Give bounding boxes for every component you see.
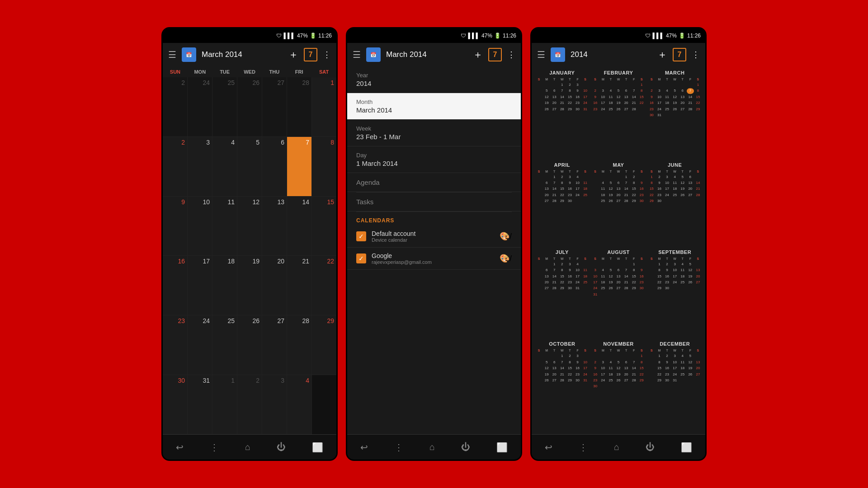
mini-cal-cell[interactable]: 28 [687,107,694,112]
mini-cal-cell[interactable]: 1 [648,174,655,180]
mini-cal-cell[interactable]: 21 [687,100,694,106]
cal-cell[interactable]: 2 [163,77,187,136]
mini-cal-cell[interactable]: 26 [615,378,622,383]
mini-month-september[interactable]: SEPTEMBERSMTWTFS123458910111213151617181… [648,249,702,339]
mini-cal-cell[interactable]: 23 [664,372,671,377]
mini-cal-cell[interactable] [648,262,655,267]
mini-cal-cell[interactable]: 13 [615,186,622,192]
cal-cell[interactable]: 28 [287,315,311,375]
mini-cal-cell[interactable]: 2 [656,174,663,180]
mini-cal-cell[interactable]: 28 [623,286,630,291]
mini-cal-cell[interactable]: 12 [607,274,614,279]
mini-cal-cell[interactable]: 14 [558,366,566,371]
mini-cal-cell[interactable]: 5 [607,180,614,186]
mini-cal-cell[interactable]: 16 [648,100,655,106]
mini-cal-cell[interactable]: 23 [638,192,645,198]
mini-cal-cell[interactable]: 2 [558,174,566,180]
mini-cal-cell[interactable] [535,82,542,88]
mini-cal-cell[interactable]: 28 [551,198,558,204]
mini-cal-cell[interactable] [687,198,694,204]
mini-cal-cell[interactable]: 6 [679,88,686,94]
mini-cal-cell[interactable]: 11 [582,267,589,273]
mini-cal-cell[interactable] [623,262,630,267]
mini-cal-cell[interactable]: 25 [582,192,589,198]
mini-cal-cell[interactable] [648,286,655,291]
mini-cal-cell[interactable]: 15 [566,94,573,100]
mini-cal-cell[interactable]: 21 [630,100,637,106]
mini-cal-cell[interactable] [535,186,542,192]
cal-cell[interactable]: 8 [312,137,336,196]
mini-cal-cell[interactable]: 1 [551,174,558,180]
mini-cal-cell[interactable]: 15 [648,186,655,192]
cal-cell[interactable]: 24 [188,77,212,136]
mini-cal-cell[interactable]: 7 [623,267,630,273]
mini-cal-cell[interactable]: 17 [599,100,607,106]
google-calendar-color-icon[interactable]: 🎨/ [500,253,512,263]
mini-cal-cell[interactable]: 30 [566,286,573,291]
mini-cal-cell[interactable]: 20 [615,280,622,285]
mini-cal-cell[interactable]: 18 [664,100,671,106]
mini-cal-cell[interactable]: 21 [558,100,566,106]
cal-cell[interactable]: 19 [237,256,262,315]
mini-cal-cell[interactable]: 25 [599,286,607,291]
mini-cal-cell[interactable] [607,292,614,297]
mini-cal-cell[interactable]: 4 [607,360,614,365]
mini-cal-cell[interactable]: 15 [656,366,663,371]
mini-cal-cell[interactable]: 16 [656,186,663,192]
mini-cal-cell[interactable]: 24 [582,372,589,377]
power-button-2[interactable]: ⏻ [458,438,474,456]
mini-cal-cell[interactable] [671,198,679,204]
mini-cal-cell[interactable]: 12 [543,94,550,100]
mini-cal-cell[interactable]: 23 [574,100,581,106]
mini-cal-cell[interactable] [648,353,655,359]
mini-cal-cell[interactable]: 16 [664,274,671,279]
mini-cal-cell[interactable]: 3 [574,82,581,88]
mini-cal-cell[interactable]: 21 [551,280,558,285]
mini-cal-cell[interactable] [664,113,671,118]
mini-cal-cell[interactable] [615,262,622,267]
mini-cal-cell[interactable]: 17 [582,94,589,100]
mini-cal-cell[interactable] [607,262,614,267]
mini-cal-cell[interactable] [694,198,702,204]
mini-cal-cell[interactable]: 20 [543,192,550,198]
mini-cal-cell[interactable] [615,353,622,359]
recents-button-3[interactable]: ⬜ [677,438,696,456]
mini-cal-cell[interactable]: 19 [687,366,694,371]
cal-cell[interactable]: 5 [237,137,262,196]
cal-cell[interactable]: 25 [212,77,237,136]
mini-cal-cell[interactable]: 24 [656,107,663,112]
mini-cal-cell[interactable] [592,186,599,192]
back-button-3[interactable]: ↩ [541,438,556,456]
cal-cell[interactable]: 2 [163,137,187,196]
mini-cal-cell[interactable]: 8 [656,360,663,365]
mini-cal-cell[interactable] [687,113,694,118]
mini-cal-cell[interactable]: 30 [664,378,671,383]
mini-cal-cell[interactable]: 23 [638,280,645,285]
mini-cal-cell[interactable]: 1 [630,262,637,267]
mini-cal-cell[interactable]: 26 [671,107,679,112]
mini-cal-cell[interactable] [638,174,645,180]
cal-cell[interactable]: 18 [212,256,237,315]
mini-cal-cell[interactable]: 8 [566,360,573,365]
drawer-month-item[interactable]: Month March 2014 [347,93,521,120]
mini-cal-cell[interactable]: 18 [599,280,607,285]
mini-cal-cell[interactable] [599,292,607,297]
mini-cal-cell[interactable] [543,174,550,180]
mini-cal-cell[interactable]: 31 [582,107,589,112]
mini-cal-cell[interactable]: 27 [687,192,694,198]
mini-cal-cell[interactable]: 20 [694,366,702,371]
mini-cal-cell[interactable]: 26 [687,280,694,285]
default-calendar-checkbox[interactable]: ✓ [356,231,366,241]
mini-cal-cell[interactable]: 6 [543,267,550,273]
mini-cal-cell[interactable]: 11 [671,180,679,186]
mini-cal-cell[interactable]: 16 [638,186,645,192]
mini-cal-cell[interactable]: 13 [687,180,694,186]
mini-cal-cell[interactable]: 16 [566,186,573,192]
mini-cal-cell[interactable]: 15 [558,274,566,279]
mini-cal-cell[interactable] [638,292,645,297]
mini-cal-cell[interactable]: 10 [656,94,663,100]
mini-cal-cell[interactable]: 29 [566,378,573,383]
mini-cal-cell[interactable]: 26 [543,107,550,112]
mini-cal-cell[interactable]: 4 [599,267,607,273]
mini-cal-cell[interactable] [535,107,542,112]
